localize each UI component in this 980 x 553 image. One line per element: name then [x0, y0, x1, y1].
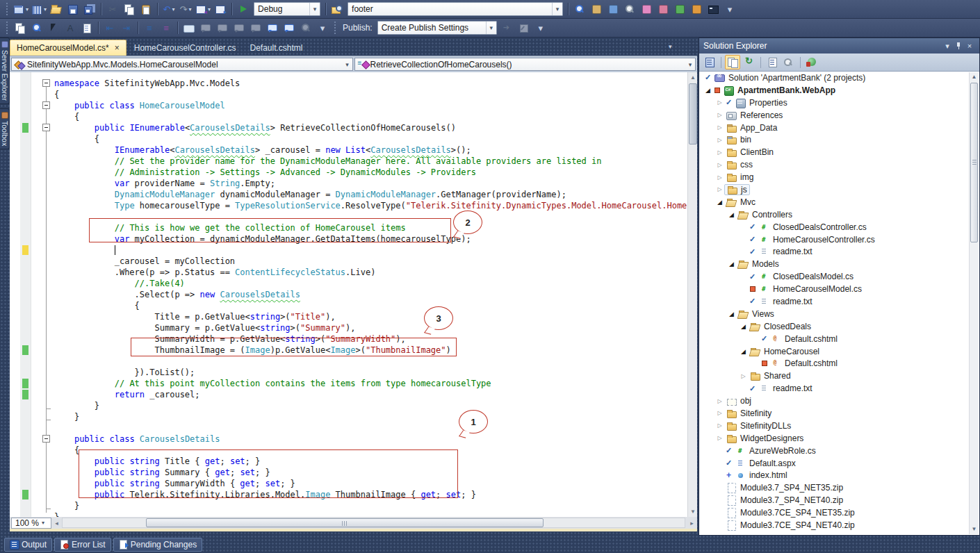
editor-zoom-dropdown[interactable]: 100 % ▾ — [11, 518, 51, 529]
code-line[interactable]: { — [54, 133, 687, 145]
code-line[interactable]: public class HomeCarouselModel — [54, 100, 687, 111]
tree-item-obj[interactable]: ▷obj — [699, 395, 969, 407]
format-document-button[interactable] — [12, 20, 28, 35]
collapse-arrow-icon[interactable]: ◢ — [727, 261, 736, 267]
code-line[interactable]: public IEnumerable<CarouselsDetails> Ret… — [54, 122, 687, 133]
tree-item-closeddealsmodel-cs[interactable]: ✓ClosedDealsModel.cs — [699, 270, 969, 283]
code-line[interactable] — [54, 356, 687, 367]
tree-item-references[interactable]: ▷References — [699, 109, 969, 122]
hscroll-track[interactable] — [62, 518, 685, 528]
tree-item-readme-txt[interactable]: ✓readme.txt — [699, 382, 969, 395]
find-combo[interactable]: footer▾ — [348, 2, 563, 16]
start-debug-button[interactable] — [235, 1, 252, 17]
tree-item-module3-7-sp4-net40-zip[interactable]: Module3.7_SP4_NET40.zip — [699, 494, 969, 506]
tree-item-js[interactable]: ▷js — [699, 183, 969, 196]
expand-arrow-icon[interactable]: ▷ — [715, 162, 724, 168]
code-line[interactable]: } — [54, 500, 687, 511]
code-line[interactable] — [54, 422, 687, 434]
scroll-down-icon[interactable]: ▼ — [970, 525, 979, 534]
view-in-browser-icon[interactable] — [804, 55, 819, 69]
tree-item-solution-apartmentbank-2-projects-[interactable]: ✓Solution 'ApartmentBank' (2 projects) — [699, 72, 969, 84]
zoom-tool-button[interactable] — [297, 20, 314, 35]
find-in-files-button[interactable] — [329, 1, 345, 17]
tree-item-azurewebrole-cs[interactable]: ✓AzureWebRole.cs — [699, 445, 969, 457]
tree-item-readme-txt[interactable]: ✓readme.txt — [699, 295, 969, 308]
code-line[interactable]: DynamicModuleManager dynamicModuleManage… — [54, 189, 687, 200]
performance-button[interactable] — [605, 1, 621, 17]
code-line[interactable]: // Set the provider name for the Dynamic… — [54, 156, 687, 167]
tree-item-sitefinity[interactable]: ▷Sitefinity — [699, 407, 969, 420]
new-query-button[interactable] — [638, 1, 655, 17]
tree-item-controllers[interactable]: ◢Controllers — [699, 208, 969, 221]
cut-button[interactable]: ✂ — [104, 1, 121, 17]
expand-arrow-icon[interactable]: ▷ — [715, 186, 724, 192]
tree-item-widgetdesigners[interactable]: ▷WidgetDesigners — [699, 432, 969, 445]
tree-item-index-html[interactable]: +index.html — [699, 470, 969, 482]
code-line[interactable]: Summary = p.GetValue<string>("Summary"), — [54, 322, 687, 333]
tree-item-css[interactable]: ▷css — [699, 158, 969, 171]
tree-item-shared[interactable]: ▷Shared — [699, 370, 969, 382]
pending-changes-button[interactable]: Pending Changes — [113, 538, 202, 552]
tree-item-closeddealscontroller-cs[interactable]: ✓ClosedDealsController.cs — [699, 221, 969, 233]
tree-item-sitefinitydlls[interactable]: ▷SitefinityDLLs — [699, 420, 969, 432]
type-dropdown[interactable]: SitefinityWebApp.Mvc.Models.HomeCarousel… — [11, 58, 353, 71]
code-line[interactable]: IEnumerable<CarouselsDetails> _carousel … — [54, 145, 687, 156]
code-line[interactable]: // Administration -> Settings -> Advance… — [54, 167, 687, 178]
publish-now-button[interactable] — [499, 20, 516, 35]
callout-button-1[interactable] — [197, 20, 214, 35]
tree-item-properties[interactable]: ▷✓Properties — [699, 97, 969, 109]
font-style-button[interactable]: A — [62, 20, 79, 35]
code-line[interactable]: .Select(p => new CarouselsDetails — [54, 289, 687, 300]
code-line[interactable]: Title = p.GetValue<string>("Title"), — [54, 311, 687, 322]
add-item-button[interactable]: ▾ — [30, 1, 48, 17]
properties-window-icon[interactable] — [702, 55, 717, 69]
scrollbar-thumb[interactable] — [970, 83, 978, 242]
navigate-window-button[interactable]: ▾ — [194, 1, 212, 17]
scrollbar-thumb[interactable] — [689, 83, 697, 145]
expand-arrow-icon[interactable]: ▷ — [715, 435, 724, 441]
new-item-button[interactable]: ▾ — [12, 1, 30, 17]
tree-item-module3-7-sp4-net35-zip[interactable]: Module3.7_SP4_NET35.zip — [699, 481, 969, 494]
fold-toggle[interactable] — [42, 101, 50, 109]
toolbox-tab[interactable]: Toolbox — [0, 108, 10, 149]
expand-arrow-icon[interactable]: ▷ — [715, 112, 724, 118]
extension-layers-button[interactable] — [688, 1, 705, 17]
code-line[interactable] — [54, 245, 687, 256]
tree-item-default-aspx[interactable]: ✓Default.aspx — [699, 457, 969, 470]
undo-button[interactable]: ↶▾ — [161, 1, 177, 17]
output-button[interactable]: Output — [4, 538, 52, 552]
edit-publish-settings-button[interactable] — [516, 20, 532, 35]
tree-item-views[interactable]: ◢Views — [699, 308, 969, 320]
close-icon[interactable]: × — [964, 40, 975, 51]
fold-toggle[interactable] — [42, 124, 50, 131]
tree-item-img[interactable]: ▷img — [699, 171, 969, 183]
scroll-right-icon[interactable]: ▸ — [687, 520, 697, 527]
code-line[interactable]: { — [54, 89, 687, 100]
redo-button[interactable]: ↷▾ — [177, 1, 194, 17]
tools-button[interactable] — [655, 1, 671, 17]
publish-combo[interactable]: Create Publish Settings▾ — [377, 21, 497, 35]
expand-arrow-icon[interactable]: ▷ — [715, 137, 724, 143]
scroll-left-icon[interactable]: ◂ — [51, 520, 62, 527]
server-explorer-tab[interactable]: Server Explorer — [0, 38, 10, 104]
collapse-arrow-icon[interactable]: ◢ — [727, 211, 736, 218]
error-list-button[interactable]: Error List — [54, 538, 111, 552]
save-all-button[interactable] — [81, 1, 98, 17]
collapse-arrow-icon[interactable]: ◢ — [727, 311, 736, 317]
line-numbers-button[interactable]: ≡ — [158, 20, 174, 35]
expand-arrow-icon[interactable]: ▷ — [715, 174, 724, 181]
hscroll-thumb[interactable] — [146, 518, 544, 527]
tree-item-app-data[interactable]: ▷App_Data — [699, 122, 969, 134]
callout-outgoing-button[interactable] — [281, 20, 297, 35]
tree-item-default-cshtml[interactable]: ✓Default.cshtml — [699, 333, 969, 345]
expand-arrow-icon[interactable]: ▷ — [739, 373, 748, 379]
fold-toggle[interactable] — [42, 79, 50, 87]
browse-web-button[interactable] — [671, 1, 688, 17]
copy-button[interactable] — [121, 1, 138, 17]
view-class-diagram-icon[interactable] — [781, 55, 797, 69]
expand-arrow-icon[interactable]: ▷ — [715, 410, 724, 416]
tree-item-homecarouselcontroller-cs[interactable]: ✓HomeCarouselController.cs — [699, 233, 969, 246]
code-line[interactable]: }).ToList(); — [54, 367, 687, 378]
tab-homecarouselmodel[interactable]: HomeCarouselModel.cs*× — [10, 40, 126, 56]
tree-item-default-cshtml[interactable]: Default.cshtml — [699, 357, 969, 370]
